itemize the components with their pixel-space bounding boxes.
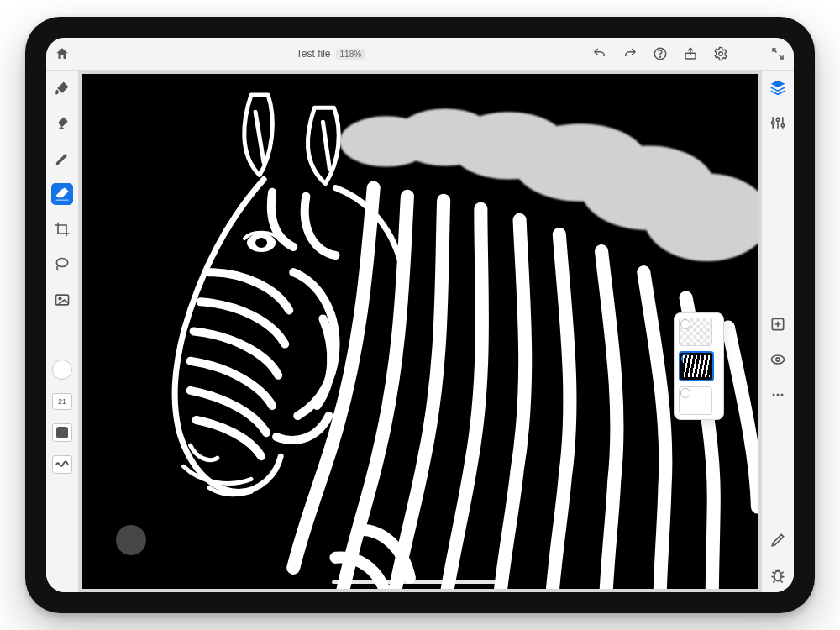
view-layer-icon[interactable] [768,349,788,370]
lasso-icon[interactable] [51,254,73,276]
artwork-canvas[interactable] [82,74,758,589]
home-icon[interactable] [55,46,70,61]
svg-point-19 [772,355,785,364]
fullscreen-icon[interactable] [770,46,785,61]
svg-point-1 [660,56,661,57]
layer-badge-icon [680,319,690,329]
zoom-badge[interactable]: 118% [336,49,366,60]
svg-point-21 [773,394,775,396]
left-tool-rail: 21 [46,71,79,592]
tablet-screen: Test file 118% [46,38,794,592]
svg-point-4 [56,259,67,267]
adjust-icon[interactable] [768,113,788,133]
color-swatch[interactable] [52,360,72,380]
help-icon[interactable] [653,46,668,61]
file-name: Test file [297,48,331,60]
share-icon[interactable] [683,46,698,61]
layers-popover [674,312,724,420]
paint-brush-icon[interactable] [51,77,73,99]
redo-icon[interactable] [622,46,638,61]
svg-point-20 [776,358,780,361]
layer-badge-icon [680,388,690,398]
brush-size-indicator[interactable]: 21 [52,393,72,410]
layer-thumb-background[interactable] [679,386,712,415]
brush-shape-round[interactable] [52,423,72,442]
svg-point-3 [719,52,723,56]
svg-point-15 [772,121,774,123]
layer-thumb-empty[interactable] [679,318,712,346]
brush-shape-stroke[interactable] [52,455,72,474]
crop-icon[interactable] [51,218,73,240]
image-icon[interactable] [51,289,73,311]
eraser-icon[interactable] [51,183,73,205]
pencil-icon[interactable] [768,530,788,550]
svg-rect-5 [56,295,69,305]
layer-badge-icon [681,354,691,364]
svg-point-16 [776,118,779,121]
gear-icon[interactable] [713,46,728,61]
svg-point-22 [777,394,780,396]
tablet-frame: Test file 118% [25,17,815,613]
layers-icon[interactable] [768,77,788,97]
layer-thumb-zebra[interactable] [679,351,714,381]
detail-brush-icon[interactable] [51,148,73,170]
artwork-content [82,74,758,589]
svg-point-23 [781,394,784,396]
more-icon[interactable] [768,385,788,405]
svg-point-17 [781,124,784,127]
svg-point-14 [255,238,267,248]
canvas-area[interactable] [79,71,761,592]
bug-icon[interactable] [768,565,788,585]
undo-icon[interactable] [592,46,607,61]
home-indicator[interactable] [332,580,508,584]
cursor-touch-indicator [116,525,146,555]
top-toolbar: Test file 118% [46,38,794,71]
add-layer-icon[interactable] [768,314,788,334]
svg-point-24 [774,571,781,581]
smudge-brush-icon[interactable] [51,113,73,134]
svg-point-6 [59,297,61,300]
right-panel-rail [761,71,794,592]
